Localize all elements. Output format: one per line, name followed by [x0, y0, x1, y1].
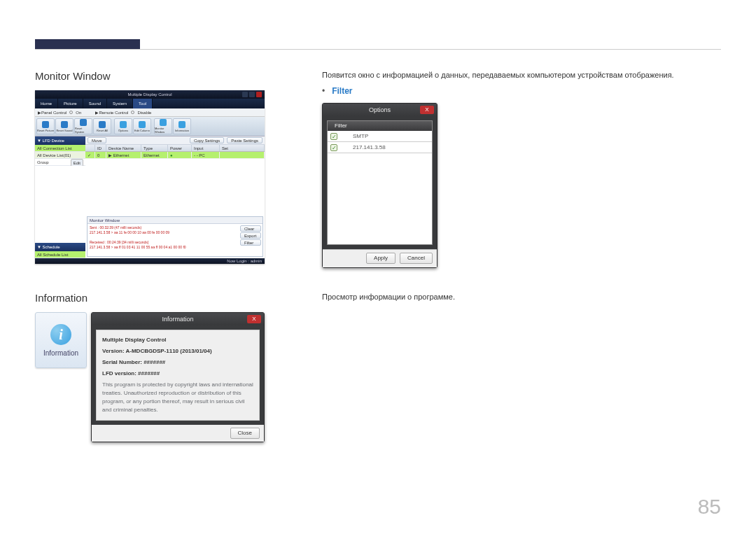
monitor-window-icon — [160, 119, 167, 126]
col-setting: Set — [220, 145, 265, 151]
radio-icon[interactable] — [69, 111, 73, 114]
cell-id: 0 — [95, 152, 106, 158]
options-body: Filter ✓ SMTP ✓ 217.141.3.58 — [327, 120, 433, 245]
options-col-header: Filter — [328, 121, 432, 131]
reset-picture-label: Reset Picture — [37, 129, 54, 132]
information-titlebar: Information X — [92, 313, 264, 325]
information-tile[interactable]: i Information — [35, 312, 87, 368]
info-serial: Serial Number: ####### — [102, 358, 253, 367]
cell-input: - - PC — [192, 152, 220, 158]
apply-button[interactable]: Apply — [366, 253, 396, 264]
col-type: Type — [141, 145, 168, 151]
side-schedule-header[interactable]: ▼ Schedule — [35, 243, 85, 251]
edit-column-icon — [139, 121, 146, 128]
monitor-window-label: Monitor Window — [155, 127, 172, 134]
cell-type: Ethernet — [141, 152, 168, 158]
group-label: Group — [37, 160, 49, 164]
radio-icon[interactable] — [131, 111, 134, 114]
section-title-information: Information — [35, 292, 315, 304]
filter-button[interactable]: Filter — [240, 239, 261, 246]
side-all-device[interactable]: All Device List(01) — [35, 152, 85, 159]
close-icon[interactable] — [256, 92, 262, 97]
information-body: Multiple Display Control Version: A-MDCB… — [96, 330, 260, 421]
options-button[interactable]: Options — [114, 118, 132, 134]
tab-system[interactable]: System — [107, 99, 133, 108]
page-number: 85 — [698, 495, 721, 519]
move-button[interactable]: Move — [88, 137, 106, 143]
monitor-panel: Monitor Window Sent : 00:32:39 (47 milli… — [87, 216, 263, 257]
options-icon — [120, 121, 127, 128]
options-row-label: 217.141.3.58 — [343, 144, 386, 150]
status-bar: Now Login : admin — [35, 258, 265, 264]
mdc-action-bar: Move Copy Settings Paste Settings — [85, 136, 265, 145]
mdc-main: Move Copy Settings Paste Settings ID Dev… — [85, 136, 265, 258]
mdc-settings-row: ▶Panel ControlOn ▶Remote ControlDisable — [35, 108, 265, 117]
options-row-label: SMTP — [343, 133, 368, 139]
mdc-tabs: Home Picture Sound System Tool — [35, 99, 265, 108]
cancel-button[interactable]: Cancel — [400, 253, 433, 264]
mdc-titlebar: Multiple Display Control — [35, 90, 265, 99]
information-wrap: i Information Information X Multiple Dis… — [35, 312, 315, 442]
reset-sound-label: Reset Sound — [56, 129, 72, 132]
close-icon[interactable]: X — [247, 315, 261, 323]
check-icon[interactable]: ✓ — [330, 133, 337, 140]
filter-label: Filter — [332, 86, 352, 96]
options-titlebar: Options X — [323, 104, 437, 116]
close-button[interactable]: Close — [230, 428, 260, 439]
cell-power: ● — [168, 152, 192, 158]
information-title-text: Information — [162, 316, 193, 323]
info-legal: This program is protected by copyright l… — [102, 381, 253, 414]
options-row[interactable]: ✓ SMTP — [328, 131, 432, 142]
mdc-toolbar: Reset Picture Reset Sound Reset System R… — [35, 117, 265, 136]
clear-button[interactable]: Clear — [240, 225, 261, 232]
content: Monitor Window Multiple Display Control … — [35, 70, 721, 442]
info-icon: i — [50, 324, 71, 345]
filter-bullet: • Filter — [322, 86, 721, 96]
cell-name: ▶ Ethernet — [106, 152, 141, 158]
col-check[interactable] — [85, 145, 95, 151]
side-group[interactable]: Group Edit — [35, 159, 85, 166]
tab-tool[interactable]: Tool — [133, 99, 153, 108]
information-footer: Close — [92, 425, 264, 442]
mdc-window: Multiple Display Control Home Picture So… — [35, 90, 265, 264]
cell-setting — [220, 152, 265, 158]
copy-settings-button[interactable]: Copy Settings — [190, 137, 224, 143]
edit-column-button[interactable]: Edit Column — [133, 118, 151, 134]
side-all-schedule[interactable]: All Schedule List — [35, 251, 85, 258]
col-device-name: Device Name — [106, 145, 141, 151]
info-tile-label: Information — [43, 349, 78, 357]
table-blank — [85, 159, 265, 215]
bullet-icon: • — [322, 86, 325, 96]
tab-sound[interactable]: Sound — [83, 99, 107, 108]
remote-control-label: ▶Remote Control — [95, 110, 128, 115]
minimize-icon[interactable] — [242, 92, 248, 97]
side-lfd-header[interactable]: ▼ LFD Device — [35, 136, 85, 145]
reset-picture-button[interactable]: Reset Picture — [36, 118, 55, 134]
reset-system-icon — [80, 119, 87, 126]
reset-system-button[interactable]: Reset System — [74, 118, 92, 134]
options-row[interactable]: ✓ 217.141.3.58 — [328, 142, 432, 153]
export-button[interactable]: Export — [240, 232, 261, 239]
information-icon — [178, 121, 186, 128]
paste-settings-button[interactable]: Paste Settings — [227, 137, 262, 143]
monitor-window-button[interactable]: Monitor Window — [154, 118, 172, 134]
information-button[interactable]: Information — [173, 118, 191, 134]
mdc-title: Multiple Display Control — [127, 92, 172, 97]
options-title-text: Options — [369, 106, 391, 113]
tab-home[interactable]: Home — [35, 99, 58, 108]
options-blank — [328, 153, 432, 244]
reset-all-button[interactable]: Reset All — [93, 118, 111, 134]
side-all-connection[interactable]: All Connection List — [35, 145, 85, 152]
reset-sound-button[interactable]: Reset Sound — [55, 118, 74, 134]
maximize-icon[interactable] — [249, 92, 255, 97]
close-icon[interactable]: X — [420, 106, 434, 114]
check-icon[interactable]: ✓ — [330, 144, 337, 151]
info-heading: Multiple Display Control — [102, 336, 253, 344]
information-description: Просмотр информации о программе. — [322, 292, 721, 302]
log-line: 217.141.3.58 > aa ff 01 03 41 11 00 55 a… — [90, 245, 237, 250]
tab-picture[interactable]: Picture — [58, 99, 83, 108]
edit-column-label: Edit Column — [134, 129, 150, 132]
monitor-buttons: Clear Export Filter — [239, 224, 262, 256]
panel-control-value: On — [76, 111, 81, 115]
table-row[interactable]: ✓ 0 ▶ Ethernet Ethernet ● - - PC — [85, 152, 265, 159]
